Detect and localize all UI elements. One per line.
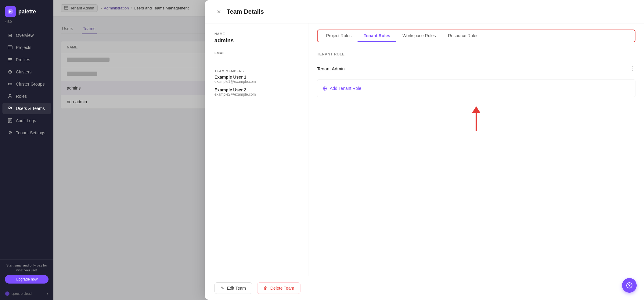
roles-tabs-highlighted: Project Roles Tenant Roles Workspace Rol… xyxy=(317,30,635,42)
add-role-button[interactable]: ⊕ Add Tenant Role xyxy=(317,82,635,94)
name-label: NAME xyxy=(214,32,298,36)
annotation-arrow xyxy=(317,97,635,134)
breadcrumb-admin: Administration xyxy=(104,6,129,10)
sidebar-item-label: Overview xyxy=(16,33,34,38)
sidebar-item-profiles[interactable]: Profiles xyxy=(2,54,51,65)
dialog-right-panel: Project Roles Tenant Roles Workspace Rol… xyxy=(308,23,644,276)
members-list: Example User 1 example1@example.com Exam… xyxy=(214,75,298,97)
member-item: Example User 2 example2@example.com xyxy=(214,87,298,97)
svg-rect-3 xyxy=(8,58,12,59)
team-members-section: TEAM MEMBERS Example User 1 example1@exa… xyxy=(214,69,298,97)
tenant-role-name: Tenant Admin xyxy=(317,66,345,71)
tenant-role-header: Tenant Role xyxy=(317,48,635,60)
sidebar-footer: spectro cloud ‹ xyxy=(0,287,53,300)
team-details-dialog: ✕ Team Details NAME admins EMAIL – TEAM … xyxy=(205,0,644,300)
roles-tabs-inner: Project Roles Tenant Roles Workspace Rol… xyxy=(318,30,635,42)
sidebar-item-clusters[interactable]: Clusters xyxy=(2,66,51,78)
edit-team-button[interactable]: ✎ Edit Team xyxy=(214,282,252,294)
tab-project-roles[interactable]: Project Roles xyxy=(320,30,358,42)
sidebar-brand-text: spectro cloud xyxy=(12,292,31,295)
dialog-header: ✕ Team Details xyxy=(205,0,644,23)
sidebar-item-overview[interactable]: ⊞ Overview xyxy=(2,30,51,41)
sidebar-item-label: Projects xyxy=(16,45,31,50)
dialog-footer: ✎ Edit Team 🗑 Delete Team xyxy=(205,276,644,300)
svg-point-12 xyxy=(10,107,12,108)
sidebar-brand: spectro cloud xyxy=(5,291,31,296)
sidebar-item-label: Roles xyxy=(16,94,27,99)
projects-icon xyxy=(7,45,13,50)
sidebar-item-label: Cluster Groups xyxy=(16,82,45,86)
dialog-close-button[interactable]: ✕ xyxy=(214,7,223,16)
profiles-icon xyxy=(7,57,13,62)
sidebar-item-cluster-groups[interactable]: Cluster Groups xyxy=(2,78,51,90)
member-name: Example User 1 xyxy=(214,75,298,79)
sidebar-item-label: Audit Logs xyxy=(16,118,36,123)
dialog-body: NAME admins EMAIL – TEAM MEMBERS Example… xyxy=(205,23,644,276)
svg-point-17 xyxy=(5,291,9,296)
upgrade-text: Start small and only pay for what you us… xyxy=(5,263,49,273)
tenant-settings-icon: ⚙ xyxy=(7,130,13,136)
sidebar-collapse-icon[interactable]: ‹ xyxy=(47,291,49,296)
tab-tenant-roles[interactable]: Tenant Roles xyxy=(358,30,396,42)
members-label: TEAM MEMBERS xyxy=(214,69,298,73)
member-email: example1@example.com xyxy=(214,79,298,84)
sidebar-item-tenant-settings[interactable]: ⚙ Tenant Settings xyxy=(2,127,51,139)
sidebar: palette 4.5.0 ⊞ Overview Projects xyxy=(0,0,53,300)
svg-point-9 xyxy=(10,83,12,85)
breadcrumb-arrow: › xyxy=(101,6,102,10)
upgrade-button[interactable]: Upgrade now xyxy=(5,275,49,284)
logo-icon xyxy=(5,6,16,17)
svg-point-7 xyxy=(9,71,11,72)
sidebar-item-label: Clusters xyxy=(16,69,31,74)
logo-text: palette xyxy=(18,9,36,15)
dialog-title: Team Details xyxy=(227,8,264,15)
edit-icon: ✎ xyxy=(221,286,225,291)
svg-point-10 xyxy=(9,94,11,96)
member-email: example2@example.com xyxy=(214,92,298,97)
email-label: EMAIL xyxy=(214,51,298,55)
tab-resource-roles[interactable]: Resource Roles xyxy=(442,30,485,42)
sidebar-version: 4.5.0 xyxy=(0,20,53,27)
sidebar-item-audit-logs[interactable]: Audit Logs xyxy=(2,115,51,126)
svg-rect-18 xyxy=(64,6,68,9)
sidebar-item-label: Profiles xyxy=(16,57,30,62)
sidebar-logo: palette xyxy=(0,0,53,20)
svg-point-8 xyxy=(8,83,10,85)
help-button[interactable] xyxy=(622,278,637,293)
delete-icon: 🗑 xyxy=(264,286,268,291)
svg-rect-1 xyxy=(8,46,12,49)
overview-icon: ⊞ xyxy=(7,33,13,38)
sidebar-nav: ⊞ Overview Projects xyxy=(0,27,53,259)
audit-logs-icon xyxy=(7,118,13,123)
sidebar-bottom: Start small and only pay for what you us… xyxy=(0,259,53,287)
users-teams-icon xyxy=(7,106,13,111)
svg-rect-5 xyxy=(8,61,11,61)
member-name: Example User 2 xyxy=(214,87,298,92)
delete-team-button[interactable]: 🗑 Delete Team xyxy=(257,282,300,294)
add-icon: ⊕ xyxy=(322,85,327,92)
roles-content: Tenant Role Tenant Admin ⋮ ⊕ Add Tenant … xyxy=(308,42,644,276)
tab-users[interactable]: Users xyxy=(61,24,74,34)
breadcrumb-current: Users and Teams Management xyxy=(134,6,189,10)
email-value: – xyxy=(214,57,298,62)
breadcrumb: › Administration / Users and Teams Manag… xyxy=(101,6,189,10)
dialog-left-panel: NAME admins EMAIL – TEAM MEMBERS Example… xyxy=(205,23,308,276)
sidebar-item-projects[interactable]: Projects xyxy=(2,42,51,53)
svg-point-11 xyxy=(9,107,10,108)
tenant-badge: Tenant Admin xyxy=(61,4,98,12)
team-email-field: EMAIL – xyxy=(214,51,298,62)
roles-icon xyxy=(7,94,13,99)
tab-workspace-roles[interactable]: Workspace Roles xyxy=(396,30,442,42)
team-name-field: NAME admins xyxy=(214,32,298,44)
tab-teams[interactable]: Teams xyxy=(82,24,97,34)
breadcrumb-sep: / xyxy=(131,6,132,10)
member-item: Example User 1 example1@example.com xyxy=(214,75,298,84)
sidebar-item-label: Tenant Settings xyxy=(16,130,45,135)
cluster-groups-icon xyxy=(7,81,13,87)
name-value: admins xyxy=(214,37,298,44)
sidebar-item-roles[interactable]: Roles xyxy=(2,90,51,102)
svg-rect-4 xyxy=(8,59,12,60)
sidebar-item-users-teams[interactable]: Users & Teams xyxy=(2,103,51,114)
add-role-text: Add Tenant Role xyxy=(330,86,361,91)
role-options-button[interactable]: ⋮ xyxy=(630,65,635,72)
